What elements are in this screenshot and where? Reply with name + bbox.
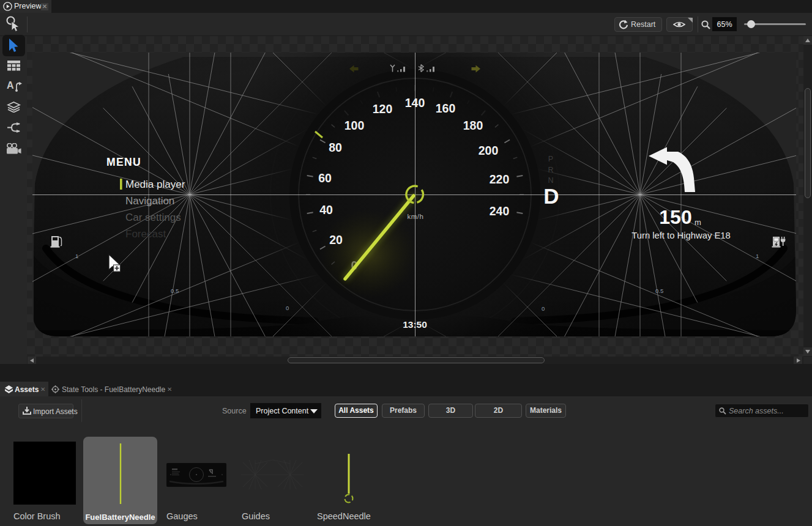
- svg-text:20: 20: [329, 233, 343, 246]
- svg-text:N: N: [548, 176, 553, 185]
- svg-text:0: 0: [286, 305, 289, 311]
- svg-text:1: 1: [756, 253, 759, 259]
- svg-text:Navigation: Navigation: [125, 195, 174, 207]
- svg-text:150: 150: [659, 206, 691, 228]
- svg-text:240: 240: [490, 204, 510, 218]
- svg-text:60: 60: [318, 171, 332, 185]
- svg-text:120: 120: [373, 102, 393, 116]
- svg-text:0: 0: [542, 305, 545, 312]
- svg-text:Media player: Media player: [125, 179, 185, 190]
- svg-text:80: 80: [329, 141, 342, 154]
- svg-text:220: 220: [490, 172, 510, 186]
- svg-text:40: 40: [319, 203, 333, 217]
- svg-text:Car settings: Car settings: [125, 212, 181, 223]
- svg-text:200: 200: [479, 144, 499, 157]
- svg-text:180: 180: [463, 119, 483, 132]
- svg-text:13:50: 13:50: [403, 319, 427, 330]
- svg-text:MENU: MENU: [106, 156, 141, 168]
- svg-text:160: 160: [436, 102, 456, 115]
- svg-text:0.5: 0.5: [655, 287, 663, 294]
- svg-text:0.5: 0.5: [171, 287, 179, 294]
- svg-text:1: 1: [75, 253, 78, 259]
- svg-text:R: R: [548, 166, 553, 174]
- svg-text:m: m: [695, 218, 701, 227]
- svg-text:Forecast: Forecast: [125, 228, 166, 240]
- svg-text:P: P: [548, 155, 553, 163]
- svg-text:Turn left to Highway E18: Turn left to Highway E18: [631, 231, 730, 240]
- svg-text:D: D: [543, 184, 559, 208]
- svg-text:km/h: km/h: [408, 213, 424, 220]
- svg-text:100: 100: [345, 119, 365, 132]
